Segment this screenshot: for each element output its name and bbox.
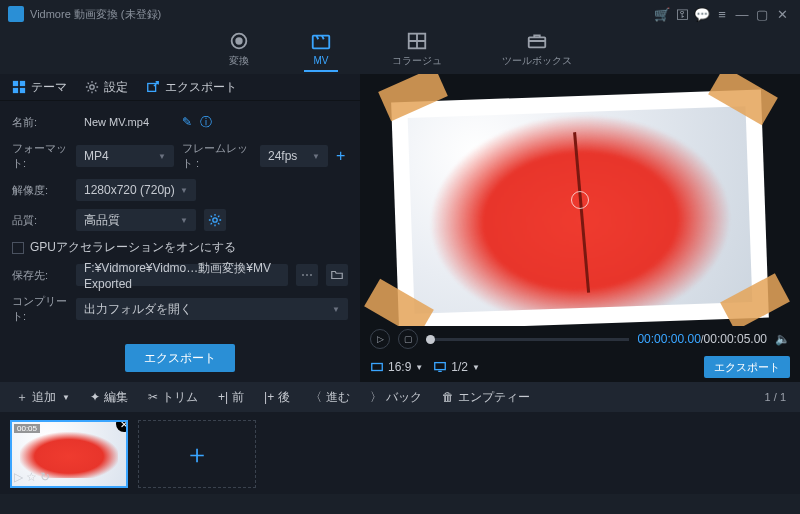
scissors-icon: ✂ (148, 390, 158, 404)
framerate-select[interactable]: 24fps▼ (260, 145, 328, 167)
back-icon: |+ (264, 390, 274, 404)
page-select[interactable]: 1/2▼ (433, 360, 480, 374)
crosshair-icon (571, 191, 589, 209)
svg-rect-12 (372, 364, 383, 371)
chevron-left-icon: 〈 (310, 389, 322, 406)
gear-icon (208, 213, 222, 227)
add-framerate-icon[interactable]: + (336, 147, 345, 165)
edit-button[interactable]: ✦編集 (82, 386, 136, 408)
forward-button[interactable]: 〈進む (302, 386, 358, 408)
svg-rect-7 (13, 88, 18, 93)
tab-toolbox[interactable]: ツールボックス (496, 26, 578, 72)
format-label: フォーマット: (12, 141, 68, 171)
framerate-label: フレームレット : (182, 141, 252, 171)
front-icon: +| (218, 390, 228, 404)
mv-icon (310, 31, 332, 53)
name-label: 名前: (12, 115, 68, 130)
info-icon[interactable]: ⓘ (200, 114, 212, 131)
front-button[interactable]: +|前 (210, 386, 252, 408)
svg-rect-2 (313, 36, 330, 49)
tab-collage[interactable]: コラージュ (386, 26, 448, 72)
svg-rect-4 (529, 37, 546, 47)
back-button[interactable]: |+後 (256, 386, 298, 408)
clip-star-icon[interactable]: ☆ (26, 470, 37, 484)
svg-rect-5 (13, 81, 18, 86)
seek-thumb[interactable] (426, 335, 435, 344)
trash-icon: 🗑 (442, 390, 454, 404)
svg-point-1 (236, 38, 242, 44)
app-logo (8, 6, 24, 22)
gear-icon (85, 80, 99, 94)
preview-area (360, 74, 800, 326)
resolution-label: 解像度: (12, 183, 68, 198)
export-main-button[interactable]: エクスポート (125, 344, 235, 372)
minimize-icon[interactable]: — (732, 4, 752, 24)
svg-rect-8 (20, 88, 25, 93)
complete-label: コンプリート: (12, 294, 68, 324)
key-icon[interactable]: ⚿ (672, 4, 692, 24)
complete-select[interactable]: 出力フォルダを開く▼ (76, 298, 348, 320)
cart-icon[interactable]: 🛒 (652, 4, 672, 24)
app-title: Vidmore 動画変換 (未登録) (30, 7, 161, 22)
clip-thumbnail[interactable]: 00:05 ✕ ▷ ☆ ↻ (10, 420, 128, 488)
open-folder-button[interactable] (326, 264, 348, 286)
seek-track[interactable] (426, 338, 629, 341)
menu-icon[interactable]: ≡ (712, 4, 732, 24)
aspect-select[interactable]: 16:9▼ (370, 360, 423, 374)
empty-button[interactable]: 🗑エンプティー (434, 386, 538, 408)
subtab-settings[interactable]: 設定 (85, 79, 128, 96)
time-display: 00:00:00.00/00:00:05.00 (637, 332, 767, 346)
export-icon (146, 80, 160, 94)
convert-icon (228, 30, 250, 52)
format-select[interactable]: MP4▼ (76, 145, 174, 167)
folder-icon (330, 268, 344, 282)
wand-icon: ✦ (90, 390, 100, 404)
svg-point-11 (213, 218, 217, 222)
quality-select[interactable]: 高品質▼ (76, 209, 196, 231)
more-path-button[interactable]: ⋯ (296, 264, 318, 286)
collage-icon (406, 30, 428, 52)
svg-point-9 (90, 85, 94, 89)
saveto-label: 保存先: (12, 268, 68, 283)
clip-loop-icon[interactable]: ↻ (40, 470, 50, 484)
stop-button[interactable]: ▢ (398, 329, 418, 349)
feedback-icon[interactable]: 💬 (692, 4, 712, 24)
volume-icon[interactable]: 🔈 (775, 332, 790, 346)
toolbox-icon (526, 30, 548, 52)
screen-icon (433, 360, 447, 374)
subtab-export[interactable]: エクスポート (146, 79, 237, 96)
theme-icon (12, 80, 26, 94)
clip-play-icon[interactable]: ▷ (14, 470, 23, 484)
trim-button[interactable]: ✂トリム (140, 386, 206, 408)
preview-image (408, 106, 753, 314)
add-button[interactable]: ＋追加▼ (8, 386, 78, 408)
svg-rect-6 (20, 81, 25, 86)
quality-label: 品質: (12, 213, 68, 228)
checkbox-box (12, 242, 24, 254)
subtab-theme[interactable]: テーマ (12, 79, 67, 96)
pager: 1 / 1 (765, 391, 792, 403)
saveto-path[interactable]: F:¥Vidmore¥Vidmo…動画変換¥MV Exported (76, 264, 288, 286)
add-clip-button[interactable]: ＋ (138, 420, 256, 488)
close-icon[interactable]: ✕ (772, 4, 792, 24)
plus-icon: ＋ (16, 389, 28, 406)
resolution-select[interactable]: 1280x720 (720p)▼ (76, 179, 196, 201)
play-button[interactable]: ▷ (370, 329, 390, 349)
maximize-icon[interactable]: ▢ (752, 4, 772, 24)
quality-settings-button[interactable] (204, 209, 226, 231)
backward-button[interactable]: 〉バック (362, 386, 430, 408)
gpu-checkbox[interactable]: GPUアクセラレーションをオンにする (12, 239, 348, 256)
remove-clip-button[interactable]: ✕ (116, 420, 128, 432)
export-button[interactable]: エクスポート (704, 356, 790, 378)
chevron-right-icon: 〉 (370, 389, 382, 406)
edit-name-icon[interactable]: ✎ (182, 115, 192, 129)
tab-mv[interactable]: MV (304, 27, 338, 72)
clip-duration: 00:05 (14, 424, 40, 433)
tab-convert[interactable]: 変換 (222, 26, 256, 72)
aspect-icon (370, 360, 384, 374)
svg-rect-13 (435, 363, 446, 370)
name-input[interactable]: New MV.mp4 (76, 111, 174, 133)
